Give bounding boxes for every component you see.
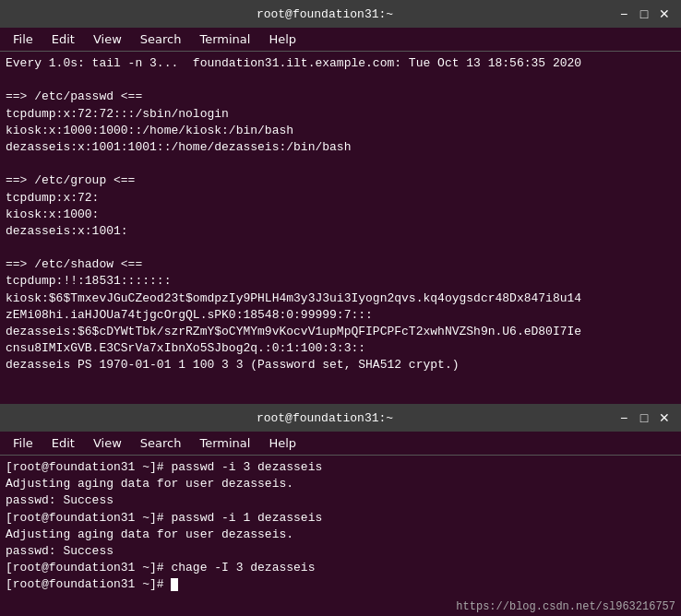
terminal-window-bottom: root@foundation31:~ − □ ✕ File Edit View… bbox=[0, 404, 681, 616]
close-button-top[interactable]: ✕ bbox=[655, 5, 674, 23]
terminal-output-bottom: [root@foundation31 ~]# passwd -i 3 dezas… bbox=[0, 456, 681, 599]
cursor-indicator bbox=[171, 578, 178, 591]
menu-terminal-bottom[interactable]: Terminal bbox=[190, 434, 259, 452]
menu-search-top[interactable]: Search bbox=[131, 30, 191, 48]
menu-help-bottom[interactable]: Help bbox=[259, 434, 305, 452]
menu-help-top[interactable]: Help bbox=[259, 30, 305, 48]
title-bar-bottom: root@foundation31:~ − □ ✕ bbox=[0, 404, 681, 432]
menu-edit-bottom[interactable]: Edit bbox=[42, 434, 84, 452]
window-title-bottom: root@foundation31:~ bbox=[257, 411, 393, 425]
maximize-button-bottom[interactable]: □ bbox=[635, 409, 653, 427]
menu-edit-top[interactable]: Edit bbox=[42, 30, 84, 48]
terminal-window-top: root@foundation31:~ − □ ✕ File Edit View… bbox=[0, 0, 681, 404]
terminal-output-top: Every 1.0s: tail -n 3... foundation31.il… bbox=[0, 52, 681, 404]
maximize-button-top[interactable]: □ bbox=[635, 5, 653, 23]
window-title-top: root@foundation31:~ bbox=[257, 7, 393, 21]
menu-file-bottom[interactable]: File bbox=[4, 434, 42, 452]
menu-bar-bottom: File Edit View Search Terminal Help bbox=[0, 432, 681, 456]
menu-view-top[interactable]: View bbox=[84, 30, 131, 48]
title-center-top: root@foundation31:~ bbox=[35, 7, 615, 21]
status-link: https://blog.csdn.net/sl963216757 bbox=[456, 600, 675, 613]
menu-bar-top: File Edit View Search Terminal Help bbox=[0, 28, 681, 52]
minimize-button-bottom[interactable]: − bbox=[615, 409, 633, 427]
status-bar-bottom: https://blog.csdn.net/sl963216757 bbox=[0, 599, 681, 616]
menu-view-bottom[interactable]: View bbox=[84, 434, 131, 452]
title-center-bottom: root@foundation31:~ bbox=[35, 411, 615, 425]
minimize-button-top[interactable]: − bbox=[615, 5, 633, 23]
menu-file-top[interactable]: File bbox=[4, 30, 42, 48]
title-bar-top: root@foundation31:~ − □ ✕ bbox=[0, 0, 681, 28]
menu-search-bottom[interactable]: Search bbox=[131, 434, 191, 452]
window-controls-bottom: − □ ✕ bbox=[615, 409, 674, 427]
close-button-bottom[interactable]: ✕ bbox=[655, 409, 674, 427]
window-controls-top: − □ ✕ bbox=[615, 5, 674, 23]
menu-terminal-top[interactable]: Terminal bbox=[190, 30, 259, 48]
